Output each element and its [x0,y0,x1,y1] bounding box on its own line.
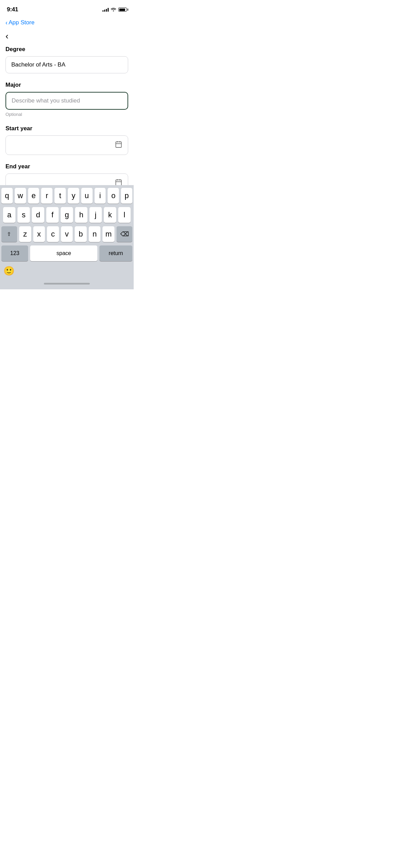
space-key[interactable]: space [30,245,97,261]
key-x[interactable]: x [33,226,45,242]
wifi-icon [111,7,116,12]
key-a[interactable]: a [3,207,15,223]
appstore-chevron-icon: ‹ [5,19,8,26]
shift-key[interactable]: ⇧ [1,226,17,242]
key-b[interactable]: b [75,226,87,242]
back-button[interactable]: ‹ [5,32,9,40]
start-year-input[interactable] [5,135,128,155]
key-z[interactable]: z [19,226,31,242]
key-l[interactable]: l [118,207,131,223]
key-m[interactable]: m [102,226,114,242]
degree-input[interactable] [5,56,128,73]
keyboard-emoji-row: 🙂 [1,261,132,278]
return-key[interactable]: return [99,245,132,261]
key-w[interactable]: w [15,188,26,204]
key-j[interactable]: j [89,207,102,223]
calendar-icon-start [115,141,122,150]
svg-rect-4 [116,180,122,186]
key-p[interactable]: p [121,188,132,204]
key-o[interactable]: o [108,188,119,204]
key-c[interactable]: c [47,226,59,242]
battery-icon [118,8,127,12]
key-v[interactable]: v [61,226,73,242]
degree-label: Degree [5,46,128,53]
home-indicator [1,278,132,289]
key-q[interactable]: q [1,188,13,204]
major-label: Major [5,82,128,88]
home-indicator-bar [44,283,90,285]
keyboard-row-2: a s d f g h j k l [1,207,132,223]
major-input[interactable] [5,92,128,110]
key-k[interactable]: k [104,207,116,223]
start-year-label: Start year [5,125,128,132]
top-nav: ‹ App Store [0,16,134,29]
emoji-key[interactable]: 🙂 [3,266,14,276]
key-u[interactable]: u [81,188,93,204]
status-bar: 9:41 [0,0,134,16]
status-icons [102,7,127,12]
key-y[interactable]: y [68,188,79,204]
numbers-key[interactable]: 123 [1,245,28,261]
signal-icon [102,8,109,12]
key-r[interactable]: r [41,188,52,204]
key-t[interactable]: t [54,188,66,204]
major-optional-hint: Optional [5,112,128,117]
key-h[interactable]: h [75,207,87,223]
delete-key[interactable]: ⌫ [117,226,132,242]
appstore-back-button[interactable]: ‹ App Store [5,19,35,26]
start-year-field-group: Start year [5,125,128,155]
appstore-label: App Store [9,19,35,26]
status-time: 9:41 [7,6,18,13]
keyboard-row-1: q w e r t y u i o p [1,188,132,204]
svg-rect-0 [116,142,122,148]
key-n[interactable]: n [89,226,101,242]
end-year-label: End year [5,163,128,170]
back-row: ‹ [0,29,134,46]
keyboard-row-3: ⇧ z x c v b n m ⌫ [1,226,132,242]
degree-field-group: Degree [5,46,128,73]
key-i[interactable]: i [95,188,106,204]
keyboard-bottom-row: 123 space return [1,245,132,261]
key-f[interactable]: f [46,207,59,223]
key-g[interactable]: g [61,207,73,223]
major-field-group: Major Optional [5,82,128,117]
key-s[interactable]: s [17,207,30,223]
keyboard: q w e r t y u i o p a s d f g h j k l ⇧ … [0,185,134,289]
key-d[interactable]: d [32,207,44,223]
key-e[interactable]: e [28,188,39,204]
